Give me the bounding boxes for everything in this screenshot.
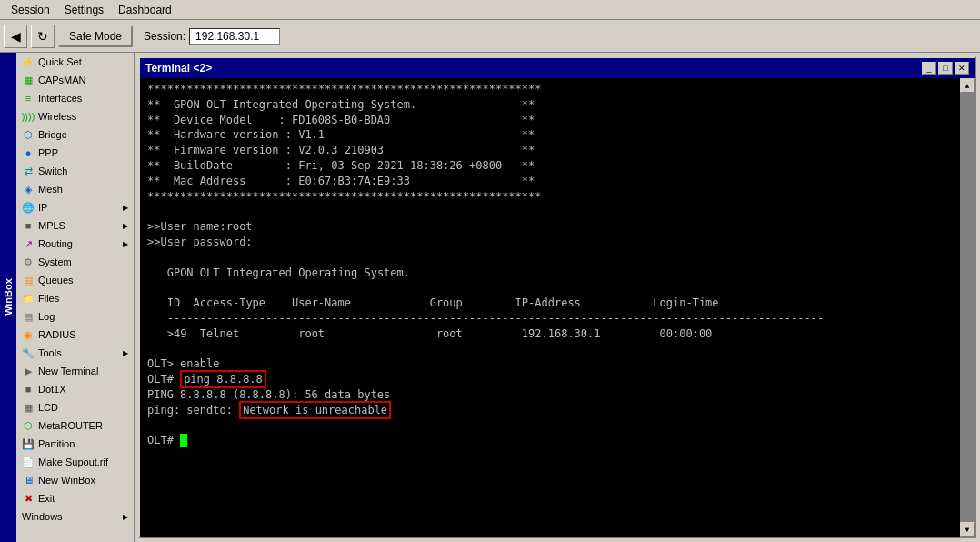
session-label: Session: xyxy=(144,30,185,43)
menu-bar: Session Settings Dashboard xyxy=(0,0,980,20)
content-area: Terminal <2> _ □ ✕ *********************… xyxy=(135,53,980,542)
exit-icon: ✖ xyxy=(22,492,35,505)
sidebar-item-windows[interactable]: Windows xyxy=(16,507,134,526)
scroll-down-button[interactable]: ▼ xyxy=(960,522,975,537)
make-supout-icon: 📄 xyxy=(22,456,35,468)
menu-dashboard[interactable]: Dashboard xyxy=(111,2,179,18)
wireless-icon: )))) xyxy=(22,110,35,123)
sidebar-item-partition[interactable]: 💾 Partition xyxy=(16,435,134,453)
menu-settings[interactable]: Settings xyxy=(57,2,111,18)
sidebar-item-bridge[interactable]: ⬡ Bridge xyxy=(16,125,134,144)
sidebar-item-radius[interactable]: ◉ RADIUS xyxy=(16,326,134,344)
refresh-button[interactable]: ↻ xyxy=(31,25,55,48)
log-icon: ▤ xyxy=(22,310,35,323)
terminal-title: Terminal <2> xyxy=(145,62,922,75)
bridge-icon: ⬡ xyxy=(22,128,35,141)
sidebar-item-make-supout[interactable]: 📄 Make Supout.rif xyxy=(16,453,134,471)
sidebar-item-tools[interactable]: 🔧 Tools xyxy=(16,344,134,362)
scroll-up-button[interactable]: ▲ xyxy=(960,78,975,93)
terminal-titlebar: Terminal <2> _ □ ✕ xyxy=(140,58,975,78)
tools-icon: 🔧 xyxy=(22,346,35,359)
winbox-label: WinBox xyxy=(0,53,16,542)
partition-icon: 💾 xyxy=(22,437,35,450)
sidebar-item-new-winbox[interactable]: 🖥 New WinBox xyxy=(16,471,134,489)
sidebar-item-new-terminal[interactable]: ▶ New Terminal xyxy=(16,362,134,380)
system-icon: ⚙ xyxy=(22,256,35,268)
terminal-cursor xyxy=(180,434,187,447)
terminal-window: Terminal <2> _ □ ✕ *********************… xyxy=(138,56,976,538)
terminal-main: ****************************************… xyxy=(140,78,975,537)
terminal-restore-button[interactable]: □ xyxy=(938,62,953,75)
main-layout: WinBox ⚡ Quick Set ▦ CAPsMAN ≡ Interface… xyxy=(0,53,980,542)
sidebar-item-queues[interactable]: ▤ Queues xyxy=(16,271,134,289)
terminal-close-button[interactable]: ✕ xyxy=(955,62,969,75)
sidebar-item-ppp[interactable]: ● PPP xyxy=(16,144,134,162)
sidebar-item-switch[interactable]: ⇄ Switch xyxy=(16,162,134,180)
dot1x-icon: ■ xyxy=(22,383,35,396)
radius-icon: ◉ xyxy=(22,328,35,341)
quick-set-icon: ⚡ xyxy=(22,55,35,68)
sidebar-item-system[interactable]: ⚙ System xyxy=(16,253,134,271)
safe-mode-button[interactable]: Safe Mode xyxy=(58,25,133,47)
new-winbox-icon: 🖥 xyxy=(22,474,35,487)
sidebar-item-dot1x[interactable]: ■ Dot1X xyxy=(16,380,134,398)
lcd-icon: ▦ xyxy=(22,401,35,414)
sidebar: ⚡ Quick Set ▦ CAPsMAN ≡ Interfaces )))) … xyxy=(16,53,135,542)
terminal-body[interactable]: ****************************************… xyxy=(140,78,960,537)
sidebar-item-mpls[interactable]: ■ MPLS xyxy=(16,216,134,235)
sidebar-item-wireless[interactable]: )))) Wireless xyxy=(16,107,134,125)
toolbar: ◀ ↻ Safe Mode Session: 192.168.30.1 xyxy=(0,20,980,53)
new-terminal-icon: ▶ xyxy=(22,365,35,377)
files-icon: 📁 xyxy=(22,292,35,305)
terminal-controls: _ □ ✕ xyxy=(922,62,969,75)
sidebar-item-mesh[interactable]: ◈ Mesh xyxy=(16,180,134,198)
sidebar-item-lcd[interactable]: ▦ LCD xyxy=(16,398,134,417)
queues-icon: ▤ xyxy=(22,274,35,286)
terminal-scrollbar[interactable]: ▲ ▼ xyxy=(960,78,975,537)
sidebar-item-metarouter[interactable]: ⬡ MetaROUTER xyxy=(16,417,134,435)
interfaces-icon: ≡ xyxy=(22,92,35,105)
sidebar-item-exit[interactable]: ✖ Exit xyxy=(16,489,134,507)
ping-command-highlight: ping 8.8.8.8 xyxy=(180,370,266,388)
capsman-icon: ▦ xyxy=(22,74,35,86)
mpls-icon: ■ xyxy=(22,219,35,232)
unreachable-highlight: Network is unreachable xyxy=(239,401,391,419)
terminal-minimize-button[interactable]: _ xyxy=(922,62,936,75)
sidebar-item-interfaces[interactable]: ≡ Interfaces xyxy=(16,89,134,107)
sidebar-item-files[interactable]: 📁 Files xyxy=(16,289,134,307)
terminal-content: ****************************************… xyxy=(147,82,953,448)
ip-icon: 🌐 xyxy=(22,201,35,214)
scroll-track[interactable] xyxy=(960,93,975,522)
switch-icon: ⇄ xyxy=(22,165,35,177)
sidebar-item-log[interactable]: ▤ Log xyxy=(16,307,134,326)
metarouter-icon: ⬡ xyxy=(22,419,35,432)
mesh-icon: ◈ xyxy=(22,183,35,196)
routing-icon: ↗ xyxy=(22,237,35,250)
sidebar-item-ip[interactable]: 🌐 IP xyxy=(16,198,134,216)
back-button[interactable]: ◀ xyxy=(4,25,27,48)
sidebar-item-quick-set[interactable]: ⚡ Quick Set xyxy=(16,53,134,71)
ppp-icon: ● xyxy=(22,146,35,159)
sidebar-item-capsman[interactable]: ▦ CAPsMAN xyxy=(16,71,134,89)
session-value: 192.168.30.1 xyxy=(189,28,280,45)
menu-session[interactable]: Session xyxy=(4,2,57,18)
sidebar-item-routing[interactable]: ↗ Routing xyxy=(16,235,134,253)
